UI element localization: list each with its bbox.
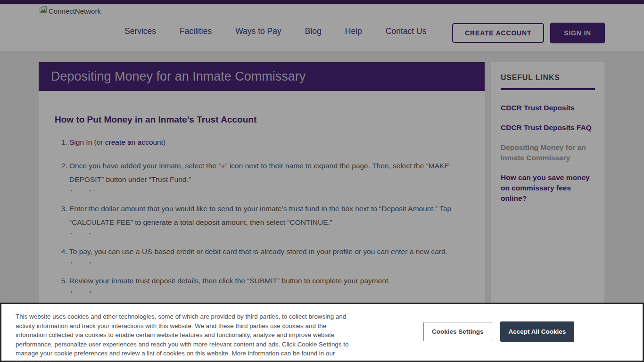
- cookie-consent-banner: This website uses cookies and other tech…: [0, 303, 644, 362]
- cookie-text: This website uses cookies and other tech…: [16, 313, 348, 357]
- page: ConnectNetwork ServicesFacilitiesWays to…: [0, 0, 644, 362]
- privacy-policy-link[interactable]: Privacy Policy: [16, 359, 55, 362]
- cookie-banner-text: This website uses cookies and other tech…: [16, 312, 351, 362]
- cookies-settings-button[interactable]: Cookies Settings: [423, 322, 492, 341]
- cookie-banner-buttons: Cookies Settings Accept All Cookies: [423, 321, 574, 342]
- accept-all-cookies-button[interactable]: Accept All Cookies: [500, 321, 575, 342]
